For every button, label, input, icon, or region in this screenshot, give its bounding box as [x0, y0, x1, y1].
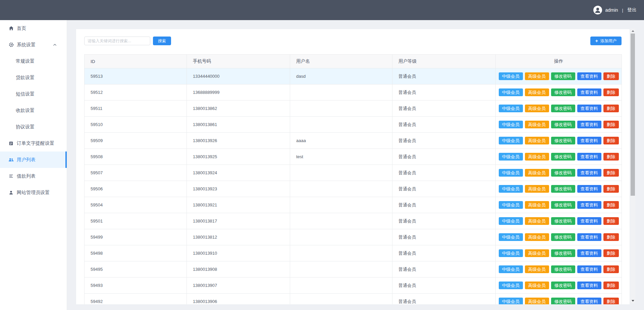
delete-button[interactable]: 删除 [603, 153, 619, 161]
search-input[interactable] [84, 37, 150, 45]
sidebar-item-常规设置[interactable]: 常规设置 [0, 53, 67, 69]
sidebar-item-短信设置[interactable]: 短信设置 [0, 86, 67, 102]
mid-member-button[interactable]: 中级会员 [499, 169, 523, 177]
username-label: admin [605, 7, 618, 13]
table-row: 594991380013812普通会员中级会员高级会员修改密码查看资料删除 [85, 229, 622, 245]
delete-button[interactable]: 删除 [603, 105, 619, 112]
senior-member-button[interactable]: 高级会员 [525, 185, 549, 193]
change-password-button[interactable]: 修改密码 [551, 298, 575, 304]
sidebar-item-订单文字提醒设置[interactable]: 订单文字提醒设置 [0, 135, 67, 151]
senior-member-button[interactable]: 高级会员 [525, 298, 549, 304]
delete-button[interactable]: 删除 [603, 185, 619, 193]
senior-member-button[interactable]: 高级会员 [525, 233, 549, 241]
mid-member-button[interactable]: 中级会员 [499, 233, 523, 241]
scrollbar-thumb[interactable] [631, 34, 635, 196]
sidebar-item-label: 首页 [17, 25, 26, 32]
view-profile-button[interactable]: 查看资料 [577, 72, 601, 80]
senior-member-button[interactable]: 高级会员 [525, 153, 549, 161]
view-profile-button[interactable]: 查看资料 [577, 153, 601, 161]
sidebar-item-收款设置[interactable]: 收款设置 [0, 102, 67, 119]
mid-member-button[interactable]: 中级会员 [499, 185, 523, 193]
delete-button[interactable]: 删除 [603, 265, 619, 273]
change-password-button[interactable]: 修改密码 [551, 137, 575, 144]
sidebar-item-用户列表[interactable]: 用户列表 [0, 151, 67, 168]
change-password-button[interactable]: 修改密码 [551, 233, 575, 241]
change-password-button[interactable]: 修改密码 [551, 88, 575, 96]
senior-member-button[interactable]: 高级会员 [525, 282, 549, 289]
senior-member-button[interactable]: 高级会员 [525, 105, 549, 112]
scroll-up-icon[interactable] [630, 28, 635, 34]
mid-member-button[interactable]: 中级会员 [499, 105, 523, 112]
view-profile-button[interactable]: 查看资料 [577, 249, 601, 257]
mid-member-button[interactable]: 中级会员 [499, 298, 523, 304]
change-password-button[interactable]: 修改密码 [551, 105, 575, 112]
view-profile-button[interactable]: 查看资料 [577, 121, 601, 128]
sidebar-item-网站管理员设置[interactable]: 网站管理员设置 [0, 184, 67, 201]
delete-button[interactable]: 删除 [603, 282, 619, 289]
senior-member-button[interactable]: 高级会员 [525, 121, 549, 128]
change-password-button[interactable]: 修改密码 [551, 153, 575, 161]
view-profile-button[interactable]: 查看资料 [577, 282, 601, 289]
change-password-button[interactable]: 修改密码 [551, 169, 575, 177]
scroll-down-icon[interactable] [630, 298, 635, 303]
senior-member-button[interactable]: 高级会员 [525, 169, 549, 177]
delete-button[interactable]: 删除 [603, 233, 619, 241]
vertical-scrollbar[interactable] [630, 28, 635, 303]
cell-actions: 中级会员高级会员修改密码查看资料删除 [496, 117, 622, 133]
search-button[interactable]: 搜索 [153, 37, 171, 45]
delete-button[interactable]: 删除 [603, 137, 619, 144]
view-profile-button[interactable]: 查看资料 [577, 185, 601, 193]
cell-actions: 中级会员高级会员修改密码查看资料删除 [496, 245, 622, 261]
senior-member-button[interactable]: 高级会员 [525, 72, 549, 80]
view-profile-button[interactable]: 查看资料 [577, 169, 601, 177]
senior-member-button[interactable]: 高级会员 [525, 265, 549, 273]
view-profile-button[interactable]: 查看资料 [577, 298, 601, 304]
change-password-button[interactable]: 修改密码 [551, 185, 575, 193]
change-password-button[interactable]: 修改密码 [551, 72, 575, 80]
change-password-button[interactable]: 修改密码 [551, 265, 575, 273]
mid-member-button[interactable]: 中级会员 [499, 282, 523, 289]
delete-button[interactable]: 删除 [603, 121, 619, 128]
senior-member-button[interactable]: 高级会员 [525, 249, 549, 257]
add-user-button[interactable]: +添加用户 [590, 37, 622, 45]
view-profile-button[interactable]: 查看资料 [577, 137, 601, 144]
sidebar-item-首页[interactable]: 首页 [0, 20, 67, 37]
logout-link[interactable]: 登出 [627, 7, 637, 13]
delete-button[interactable]: 删除 [603, 169, 619, 177]
mid-member-button[interactable]: 中级会员 [499, 153, 523, 161]
delete-button[interactable]: 删除 [603, 298, 619, 304]
change-password-button[interactable]: 修改密码 [551, 121, 575, 128]
sidebar-item-协议设置[interactable]: 协议设置 [0, 119, 67, 135]
sidebar-item-贷款设置[interactable]: 贷款设置 [0, 69, 67, 86]
view-profile-button[interactable]: 查看资料 [577, 217, 601, 225]
mid-member-button[interactable]: 中级会员 [499, 249, 523, 257]
change-password-button[interactable]: 修改密码 [551, 282, 575, 289]
sidebar-item-系统设置[interactable]: 系统设置 [0, 37, 67, 53]
delete-button[interactable]: 删除 [603, 217, 619, 225]
senior-member-button[interactable]: 高级会员 [525, 201, 549, 209]
change-password-button[interactable]: 修改密码 [551, 201, 575, 209]
change-password-button[interactable]: 修改密码 [551, 249, 575, 257]
mid-member-button[interactable]: 中级会员 [499, 201, 523, 209]
view-profile-button[interactable]: 查看资料 [577, 233, 601, 241]
delete-button[interactable]: 删除 [603, 201, 619, 209]
mid-member-button[interactable]: 中级会员 [499, 72, 523, 80]
change-password-button[interactable]: 修改密码 [551, 217, 575, 225]
cell-id: 59508 [85, 149, 187, 165]
mid-member-button[interactable]: 中级会员 [499, 265, 523, 273]
view-profile-button[interactable]: 查看资料 [577, 105, 601, 112]
view-profile-button[interactable]: 查看资料 [577, 88, 601, 96]
delete-button[interactable]: 删除 [603, 88, 619, 96]
mid-member-button[interactable]: 中级会员 [499, 88, 523, 96]
mid-member-button[interactable]: 中级会员 [499, 137, 523, 144]
sidebar-item-借款列表[interactable]: 借款列表 [0, 168, 67, 184]
delete-button[interactable]: 删除 [603, 249, 619, 257]
mid-member-button[interactable]: 中级会员 [499, 217, 523, 225]
delete-button[interactable]: 删除 [603, 72, 619, 80]
view-profile-button[interactable]: 查看资料 [577, 201, 601, 209]
senior-member-button[interactable]: 高级会员 [525, 137, 549, 144]
senior-member-button[interactable]: 高级会员 [525, 217, 549, 225]
view-profile-button[interactable]: 查看资料 [577, 265, 601, 273]
senior-member-button[interactable]: 高级会员 [525, 88, 549, 96]
mid-member-button[interactable]: 中级会员 [499, 121, 523, 128]
